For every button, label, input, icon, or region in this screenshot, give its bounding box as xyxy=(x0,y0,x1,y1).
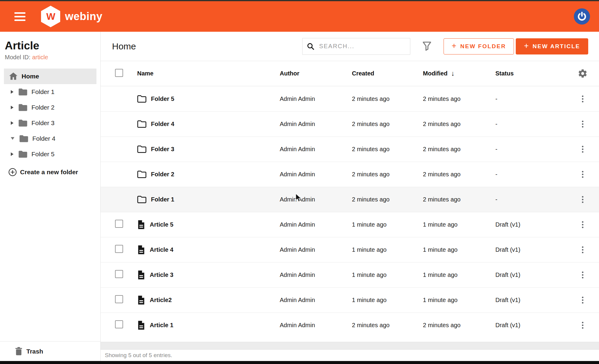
table-row[interactable]: Folder 4 Admin Admin 2 minutes ago 2 min… xyxy=(101,111,599,136)
select-all-checkbox[interactable] xyxy=(115,69,123,77)
plus-circle-icon xyxy=(8,168,17,176)
folder-icon xyxy=(18,119,28,127)
webiny-hexagon-icon: W xyxy=(41,6,60,27)
table-row[interactable]: Article 4 Admin Admin 1 minute ago 1 min… xyxy=(101,237,599,262)
create-folder-label: Create a new folder xyxy=(20,169,78,176)
row-author: Admin Admin xyxy=(280,322,352,329)
column-header-name[interactable]: Name xyxy=(137,70,280,77)
sidebar-item-folder[interactable]: Folder 1 xyxy=(0,84,100,100)
row-status: Draft (v1) xyxy=(495,221,566,228)
trash-label: Trash xyxy=(26,348,43,355)
folder-icon xyxy=(137,95,146,103)
power-icon xyxy=(577,11,587,22)
table-settings-button[interactable] xyxy=(577,68,588,79)
chevron-right-icon[interactable] xyxy=(11,152,13,156)
row-menu-button[interactable] xyxy=(580,244,586,256)
row-name-link[interactable]: Article 1 xyxy=(150,322,173,329)
topbar: W webiny xyxy=(0,1,599,32)
row-author: Admin Admin xyxy=(280,246,352,253)
row-menu-button[interactable] xyxy=(580,294,586,306)
folder-label: Folder 2 xyxy=(31,104,55,111)
row-checkbox[interactable] xyxy=(115,320,123,328)
row-checkbox[interactable] xyxy=(115,270,123,278)
row-checkbox[interactable] xyxy=(115,220,123,228)
horizontal-scrollbar[interactable] xyxy=(101,342,599,350)
table-row[interactable]: Folder 3 Admin Admin 2 minutes ago 2 min… xyxy=(101,136,599,162)
table-row[interactable]: Article 1 Admin Admin 2 minutes ago 2 mi… xyxy=(101,313,599,338)
webiny-logo[interactable]: W webiny xyxy=(41,6,102,27)
sort-desc-icon: ↓ xyxy=(451,69,455,78)
chevron-right-icon[interactable] xyxy=(11,106,13,109)
sidebar-item-folder[interactable]: Folder 4 xyxy=(0,131,100,146)
row-name-link[interactable]: Folder 2 xyxy=(151,171,174,178)
chevron-right-icon[interactable] xyxy=(11,90,13,94)
column-header-status[interactable]: Status xyxy=(495,70,566,77)
new-article-button[interactable]: + NEW ARTICLE xyxy=(516,38,588,54)
row-menu-button[interactable] xyxy=(580,319,586,331)
chevron-right-icon[interactable] xyxy=(11,121,13,125)
table-row[interactable]: Article 5 Admin Admin 1 minute ago 1 min… xyxy=(101,212,599,237)
folder-icon xyxy=(137,120,146,128)
row-created: 2 minutes ago xyxy=(352,146,423,153)
app-window: W webiny Article Model ID: article xyxy=(0,0,599,364)
row-name-link[interactable]: Article 4 xyxy=(150,246,173,253)
main-header: Home + NEW FOLDER xyxy=(101,32,599,61)
row-modified: 2 minutes ago xyxy=(423,95,495,102)
user-avatar-button[interactable] xyxy=(574,8,590,25)
row-name-link[interactable]: Article 3 xyxy=(150,272,173,278)
search-input[interactable] xyxy=(318,43,406,50)
row-menu-button[interactable] xyxy=(580,219,586,230)
row-menu-button[interactable] xyxy=(580,269,586,281)
sidebar-item-home[interactable]: Home xyxy=(4,69,96,84)
row-created: 1 minute ago xyxy=(352,272,423,278)
row-name-link[interactable]: Folder 4 xyxy=(151,121,174,128)
row-created: 1 minute ago xyxy=(352,297,423,304)
table-header: Name Author Created Modified ↓ Status xyxy=(101,61,599,86)
row-checkbox[interactable] xyxy=(115,295,123,303)
sidebar-home-label: Home xyxy=(22,73,39,80)
folder-icon xyxy=(18,104,28,111)
row-created: 2 minutes ago xyxy=(352,121,423,128)
filter-funnel-icon xyxy=(422,41,432,51)
row-name-link[interactable]: Article 5 xyxy=(150,221,173,228)
table-row[interactable]: Article2 Admin Admin 1 minute ago 1 minu… xyxy=(101,287,599,313)
trash-button[interactable]: Trash xyxy=(0,341,100,361)
sidebar-item-folder[interactable]: Folder 5 xyxy=(0,146,100,162)
table-row[interactable]: Folder 1 Admin Admin 2 minutes ago 2 min… xyxy=(101,187,599,212)
row-menu-button[interactable] xyxy=(580,194,586,205)
column-header-created[interactable]: Created xyxy=(352,70,423,77)
row-menu-button[interactable] xyxy=(580,169,586,180)
row-checkbox[interactable] xyxy=(115,245,123,253)
column-header-modified[interactable]: Modified ↓ xyxy=(423,69,495,78)
row-name-link[interactable]: Folder 5 xyxy=(151,95,174,102)
sidebar: Article Model ID: article Home Folder 1 xyxy=(0,32,101,361)
row-status: - xyxy=(495,121,566,128)
row-menu-button[interactable] xyxy=(580,143,586,155)
row-author: Admin Admin xyxy=(280,121,352,128)
row-name-link[interactable]: Article2 xyxy=(150,297,172,304)
row-author: Admin Admin xyxy=(280,95,352,102)
row-author: Admin Admin xyxy=(280,297,352,304)
column-header-author[interactable]: Author xyxy=(280,70,352,77)
row-menu-button[interactable] xyxy=(580,93,586,105)
row-modified: 1 minute ago xyxy=(423,272,495,278)
search-box xyxy=(302,38,410,55)
row-status: - xyxy=(495,171,566,178)
entries-count-text: Showing 5 out of 5 entries. xyxy=(105,352,172,359)
table-row[interactable]: Folder 2 Admin Admin 2 minutes ago 2 min… xyxy=(101,162,599,187)
row-menu-button[interactable] xyxy=(580,118,586,130)
create-folder-button[interactable]: Create a new folder xyxy=(0,164,100,180)
sidebar-item-folder[interactable]: Folder 2 xyxy=(0,100,100,115)
menu-hamburger-button[interactable] xyxy=(13,10,27,23)
chevron-down-icon[interactable] xyxy=(11,137,14,140)
table-row[interactable]: Folder 5 Admin Admin 2 minutes ago 2 min… xyxy=(101,86,599,111)
sidebar-item-folder[interactable]: Folder 3 xyxy=(0,115,100,131)
row-name-link[interactable]: Folder 3 xyxy=(151,146,174,153)
table-row[interactable]: Article 3 Admin Admin 1 minute ago 1 min… xyxy=(101,262,599,287)
filter-button[interactable] xyxy=(421,40,433,52)
new-folder-button[interactable]: + NEW FOLDER xyxy=(444,38,514,54)
plus-icon: + xyxy=(452,42,456,50)
row-status: Draft (v1) xyxy=(495,272,566,278)
row-name-link[interactable]: Folder 1 xyxy=(151,196,174,203)
row-modified: 2 minutes ago xyxy=(423,121,495,128)
